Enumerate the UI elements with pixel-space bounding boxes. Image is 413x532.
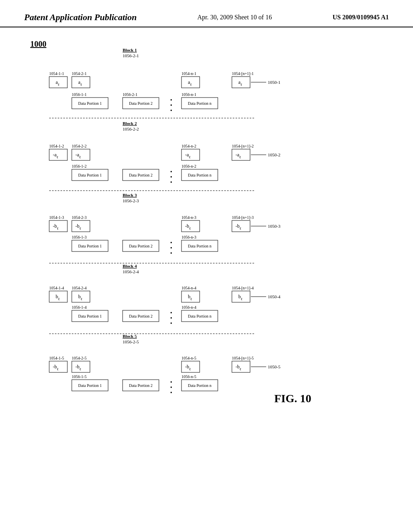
row2-left-ref: 1054-1-2 [49, 144, 64, 148]
row2-dots3: • [170, 179, 172, 185]
row4-coln-data: Data Portion n [188, 314, 211, 318]
row2-colnp1-ref: 1054-[n+1]-2 [232, 144, 254, 148]
row4-col2-data: Data Portion 2 [129, 314, 152, 318]
row5-col1-data-ref: 1056-1-5 [72, 374, 87, 379]
row3-coln-data: Data Portion n [188, 244, 211, 248]
row5-coln-data-ref: 1056-n-5 [181, 374, 196, 379]
row4-coln-data-ref: 1056-n-4 [181, 305, 196, 310]
publication-number: US 2009/0109945 A1 [332, 12, 389, 21]
row3-col1-ref: 1054-2-3 [72, 215, 87, 220]
row4-dots3: • [170, 320, 172, 326]
block5-col-ref: 1056-2-5 [123, 339, 139, 344]
row2-coln-ref: 1054-n-2 [181, 144, 196, 148]
block4-col-ref: 1056-2-4 [123, 269, 139, 274]
row1-block-ref: 1050-1 [268, 80, 280, 85]
row2-block-ref: 1050-2 [268, 152, 280, 157]
row4-left-ref: 1054-1-4 [49, 286, 64, 290]
row2-col1-data-ref: 1056-1-2 [72, 164, 87, 168]
publication-date-sheet: Apr. 30, 2009 Sheet 10 of 16 [197, 12, 272, 21]
row4-col1-ref: 1054-2-4 [72, 286, 87, 290]
block4-label: Block 4 [123, 264, 137, 268]
row5-colnp1-ref: 1054-[n+1]-5 [232, 356, 254, 360]
row1-col1-data-ref: 1056-1-1 [72, 92, 87, 97]
row3-col1-data-ref: 1056-1-3 [72, 235, 87, 239]
row4-block-ref: 1050-4 [268, 294, 281, 299]
row4-coln-ref: 1054-n-4 [181, 286, 196, 290]
row1-dots3: • [170, 108, 172, 114]
row2-col2-data: Data Portion 2 [129, 173, 152, 177]
row1-col1-ref: 1054-2-1 [72, 71, 87, 76]
row1-col1-data: Data Portion 1 [78, 101, 102, 106]
diagram-svg: Block 1 1056-2-1 1054-1-1 aℓ 1054-2-1 aℓ… [24, 39, 411, 515]
row1-col2-data: Data Portion 2 [129, 101, 152, 106]
row5-coln-data: Data Portion n [188, 383, 211, 388]
page-header: Patent Application Publication Apr. 30, … [0, 0, 413, 27]
row4-col1-data: Data Portion 1 [78, 314, 102, 318]
row5-block-ref: 1050-5 [268, 364, 281, 369]
row1-coln-data: Data Portion n [188, 101, 211, 106]
row5-col1-data: Data Portion 1 [78, 383, 102, 388]
row2-coln-data: Data Portion n [188, 173, 211, 177]
row1-left-ref: 1054-1-1 [49, 71, 64, 76]
row4-col1-data-ref: 1056-1-4 [72, 305, 87, 310]
row5-dots3: • [170, 390, 172, 396]
row2-col1-ref: 1054-2-2 [72, 144, 87, 148]
row3-left-ref: 1054-1-3 [49, 215, 64, 220]
publication-title: Patent Application Publication [24, 12, 137, 23]
row3-colnp1-ref: 1054-[n+1]-3 [232, 215, 254, 220]
row1-col2-data-ref: 1056-2-1 [123, 92, 138, 97]
main-ref-label: 1000 [30, 39, 46, 49]
block3-col-ref: 1056-2-3 [123, 198, 139, 203]
row5-coln-ref: 1054-n-5 [181, 356, 196, 360]
row3-col1-data: Data Portion 1 [78, 244, 102, 248]
row3-dots3: • [170, 250, 172, 256]
row1-coln-ref: 1054-n-1 [181, 71, 196, 76]
row5-col1-ref: 1054-2-5 [72, 356, 87, 360]
block2-col-ref: 1056-2-2 [123, 127, 139, 131]
block5-label: Block 5 [123, 334, 137, 339]
row3-coln-data-ref: 1056-n-3 [181, 235, 196, 239]
row2-col1-data: Data Portion 1 [78, 173, 102, 177]
row5-left-ref: 1054-1-5 [49, 356, 64, 360]
row3-col2-data: Data Portion 2 [129, 244, 152, 248]
diagram-area: 1000 Block 1 1056-2-1 1054-1-1 aℓ 1054-2… [0, 27, 413, 525]
fig-label: FIG. 10 [274, 392, 311, 405]
row1-colnp1-ref: 1054-[n+1]-1 [232, 71, 254, 76]
block1-col-ref: 1056-2-1 [123, 53, 139, 58]
row4-colnp1-ref: 1054-[n+1]-4 [232, 286, 254, 290]
block3-label: Block 3 [123, 193, 137, 197]
row5-col2-data: Data Portion 2 [129, 383, 152, 388]
row2-coln-data-ref: 1056-n-2 [181, 164, 196, 168]
block2-label: Block 2 [123, 121, 137, 126]
block1-label: Block 1 [123, 48, 137, 52]
row1-coln-data-ref: 1056-n-1 [181, 92, 196, 97]
row3-block-ref: 1050-3 [268, 224, 281, 229]
row3-coln-ref: 1054-n-3 [181, 215, 196, 220]
